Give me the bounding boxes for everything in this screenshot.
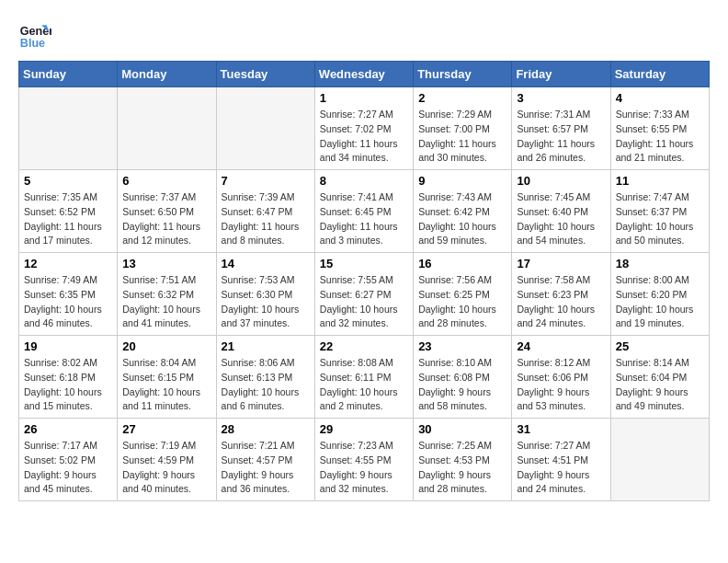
week-row-4: 19Sunrise: 8:02 AM Sunset: 6:18 PM Dayli… xyxy=(19,336,710,419)
day-info: Sunrise: 8:08 AM Sunset: 6:11 PM Dayligh… xyxy=(320,356,408,414)
day-info: Sunrise: 8:00 AM Sunset: 6:20 PM Dayligh… xyxy=(616,273,704,331)
calendar-cell: 14Sunrise: 7:53 AM Sunset: 6:30 PM Dayli… xyxy=(216,253,314,336)
week-row-1: 1Sunrise: 7:27 AM Sunset: 7:02 PM Daylig… xyxy=(19,87,710,170)
week-row-3: 12Sunrise: 7:49 AM Sunset: 6:35 PM Dayli… xyxy=(19,253,710,336)
calendar-cell: 30Sunrise: 7:25 AM Sunset: 4:53 PM Dayli… xyxy=(414,419,512,501)
calendar-cell: 23Sunrise: 8:10 AM Sunset: 6:08 PM Dayli… xyxy=(414,336,512,419)
day-info: Sunrise: 7:55 AM Sunset: 6:27 PM Dayligh… xyxy=(320,273,408,331)
day-number: 15 xyxy=(320,257,408,270)
weekday-header-row: SundayMondayTuesdayWednesdayThursdayFrid… xyxy=(19,62,710,87)
day-number: 12 xyxy=(24,257,112,270)
day-number: 19 xyxy=(24,339,112,353)
calendar-cell: 19Sunrise: 8:02 AM Sunset: 6:18 PM Dayli… xyxy=(19,336,118,419)
day-number: 3 xyxy=(517,91,605,105)
calendar-cell: 15Sunrise: 7:55 AM Sunset: 6:27 PM Dayli… xyxy=(314,253,413,336)
day-number: 2 xyxy=(418,91,506,105)
day-info: Sunrise: 7:47 AM Sunset: 6:37 PM Dayligh… xyxy=(616,190,704,248)
calendar-cell: 11Sunrise: 7:47 AM Sunset: 6:37 PM Dayli… xyxy=(610,170,709,253)
calendar-cell: 28Sunrise: 7:21 AM Sunset: 4:57 PM Dayli… xyxy=(216,419,314,501)
calendar-cell: 27Sunrise: 7:19 AM Sunset: 4:59 PM Dayli… xyxy=(118,419,216,501)
day-info: Sunrise: 7:21 AM Sunset: 4:57 PM Dayligh… xyxy=(222,439,310,497)
day-number: 9 xyxy=(418,174,506,188)
calendar-cell xyxy=(610,419,709,501)
day-info: Sunrise: 8:10 AM Sunset: 6:08 PM Dayligh… xyxy=(418,356,506,414)
day-info: Sunrise: 7:33 AM Sunset: 6:55 PM Dayligh… xyxy=(616,108,704,166)
day-number: 22 xyxy=(320,339,408,353)
day-number: 25 xyxy=(616,339,704,353)
day-info: Sunrise: 7:58 AM Sunset: 6:23 PM Dayligh… xyxy=(517,273,605,331)
calendar-cell: 18Sunrise: 8:00 AM Sunset: 6:20 PM Dayli… xyxy=(610,253,709,336)
day-number: 24 xyxy=(517,339,605,353)
day-number: 1 xyxy=(320,91,408,105)
day-number: 26 xyxy=(24,422,112,436)
calendar-cell: 17Sunrise: 7:58 AM Sunset: 6:23 PM Dayli… xyxy=(512,253,610,336)
day-number: 6 xyxy=(122,174,210,188)
weekday-header-monday: Monday xyxy=(118,62,216,87)
calendar-cell xyxy=(216,87,314,170)
day-info: Sunrise: 8:02 AM Sunset: 6:18 PM Dayligh… xyxy=(24,356,112,414)
day-number: 18 xyxy=(616,257,704,270)
day-info: Sunrise: 7:35 AM Sunset: 6:52 PM Dayligh… xyxy=(24,190,112,248)
day-info: Sunrise: 7:27 AM Sunset: 7:02 PM Dayligh… xyxy=(320,108,408,166)
day-info: Sunrise: 7:56 AM Sunset: 6:25 PM Dayligh… xyxy=(418,273,506,331)
day-number: 7 xyxy=(222,174,310,188)
calendar-cell: 13Sunrise: 7:51 AM Sunset: 6:32 PM Dayli… xyxy=(118,253,216,336)
day-info: Sunrise: 8:04 AM Sunset: 6:15 PM Dayligh… xyxy=(122,356,210,414)
calendar-cell: 25Sunrise: 8:14 AM Sunset: 6:04 PM Dayli… xyxy=(610,336,709,419)
calendar-cell: 16Sunrise: 7:56 AM Sunset: 6:25 PM Dayli… xyxy=(414,253,512,336)
day-number: 16 xyxy=(418,257,506,270)
weekday-header-friday: Friday xyxy=(512,62,610,87)
calendar-cell: 29Sunrise: 7:23 AM Sunset: 4:55 PM Dayli… xyxy=(314,419,413,501)
day-info: Sunrise: 7:37 AM Sunset: 6:50 PM Dayligh… xyxy=(122,190,210,248)
day-number: 29 xyxy=(320,422,408,436)
weekday-header-saturday: Saturday xyxy=(610,62,709,87)
day-info: Sunrise: 7:17 AM Sunset: 5:02 PM Dayligh… xyxy=(24,439,112,497)
day-number: 21 xyxy=(222,339,310,353)
weekday-header-wednesday: Wednesday xyxy=(314,62,413,87)
header: General Blue xyxy=(18,18,710,52)
calendar-cell xyxy=(19,87,118,170)
calendar-cell: 8Sunrise: 7:41 AM Sunset: 6:45 PM Daylig… xyxy=(314,170,413,253)
day-number: 28 xyxy=(222,422,310,436)
weekday-header-thursday: Thursday xyxy=(414,62,512,87)
calendar-cell: 5Sunrise: 7:35 AM Sunset: 6:52 PM Daylig… xyxy=(19,170,118,253)
calendar-cell: 12Sunrise: 7:49 AM Sunset: 6:35 PM Dayli… xyxy=(19,253,118,336)
logo: General Blue xyxy=(18,18,57,52)
day-info: Sunrise: 7:49 AM Sunset: 6:35 PM Dayligh… xyxy=(24,273,112,331)
calendar-cell: 26Sunrise: 7:17 AM Sunset: 5:02 PM Dayli… xyxy=(19,419,118,501)
day-number: 5 xyxy=(24,174,112,188)
calendar-cell: 10Sunrise: 7:45 AM Sunset: 6:40 PM Dayli… xyxy=(512,170,610,253)
weekday-header-tuesday: Tuesday xyxy=(216,62,314,87)
calendar-cell: 9Sunrise: 7:43 AM Sunset: 6:42 PM Daylig… xyxy=(414,170,512,253)
day-info: Sunrise: 7:41 AM Sunset: 6:45 PM Dayligh… xyxy=(320,190,408,248)
day-number: 23 xyxy=(418,339,506,353)
day-info: Sunrise: 7:53 AM Sunset: 6:30 PM Dayligh… xyxy=(222,273,310,331)
day-number: 27 xyxy=(122,422,210,436)
day-info: Sunrise: 7:31 AM Sunset: 6:57 PM Dayligh… xyxy=(517,108,605,166)
day-info: Sunrise: 7:25 AM Sunset: 4:53 PM Dayligh… xyxy=(418,439,506,497)
svg-text:Blue: Blue xyxy=(20,37,45,50)
week-row-5: 26Sunrise: 7:17 AM Sunset: 5:02 PM Dayli… xyxy=(19,419,710,501)
calendar-cell: 6Sunrise: 7:37 AM Sunset: 6:50 PM Daylig… xyxy=(118,170,216,253)
day-info: Sunrise: 7:23 AM Sunset: 4:55 PM Dayligh… xyxy=(320,439,408,497)
calendar-cell: 31Sunrise: 7:27 AM Sunset: 4:51 PM Dayli… xyxy=(512,419,610,501)
calendar-cell: 21Sunrise: 8:06 AM Sunset: 6:13 PM Dayli… xyxy=(216,336,314,419)
day-info: Sunrise: 8:12 AM Sunset: 6:06 PM Dayligh… xyxy=(517,356,605,414)
day-number: 17 xyxy=(517,257,605,270)
day-info: Sunrise: 7:29 AM Sunset: 7:00 PM Dayligh… xyxy=(418,108,506,166)
day-info: Sunrise: 7:19 AM Sunset: 4:59 PM Dayligh… xyxy=(122,439,210,497)
week-row-2: 5Sunrise: 7:35 AM Sunset: 6:52 PM Daylig… xyxy=(19,170,710,253)
calendar-cell: 3Sunrise: 7:31 AM Sunset: 6:57 PM Daylig… xyxy=(512,87,610,170)
logo-icon: General Blue xyxy=(18,18,51,52)
day-number: 13 xyxy=(122,257,210,270)
weekday-header-sunday: Sunday xyxy=(19,62,118,87)
day-number: 14 xyxy=(222,257,310,270)
calendar-cell xyxy=(118,87,216,170)
calendar-cell: 7Sunrise: 7:39 AM Sunset: 6:47 PM Daylig… xyxy=(216,170,314,253)
day-info: Sunrise: 7:27 AM Sunset: 4:51 PM Dayligh… xyxy=(517,439,605,497)
day-number: 30 xyxy=(418,422,506,436)
day-number: 20 xyxy=(122,339,210,353)
day-number: 10 xyxy=(517,174,605,188)
day-info: Sunrise: 7:43 AM Sunset: 6:42 PM Dayligh… xyxy=(418,190,506,248)
day-info: Sunrise: 8:06 AM Sunset: 6:13 PM Dayligh… xyxy=(222,356,310,414)
